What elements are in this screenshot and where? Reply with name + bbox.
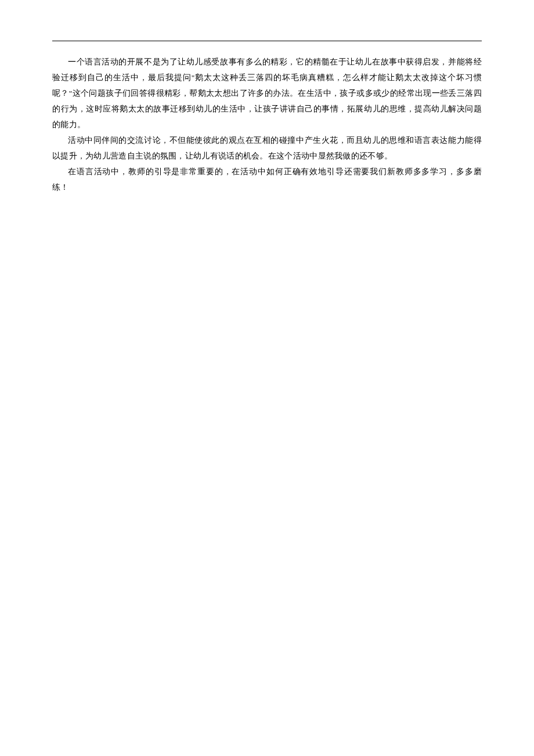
paragraph-1: 一个语言活动的开展不是为了让幼儿感受故事有多么的精彩，它的精髓在于让幼儿在故事中… xyxy=(52,54,482,132)
paragraph-2: 活动中同伴间的交流讨论，不但能使彼此的观点在互相的碰撞中产生火花，而且幼儿的思维… xyxy=(52,132,482,164)
paragraph-3: 在语言活动中，教师的引导是非常重要的，在活动中如何正确有效地引导还需要我们新教师… xyxy=(52,164,482,195)
horizontal-divider xyxy=(52,41,482,41)
